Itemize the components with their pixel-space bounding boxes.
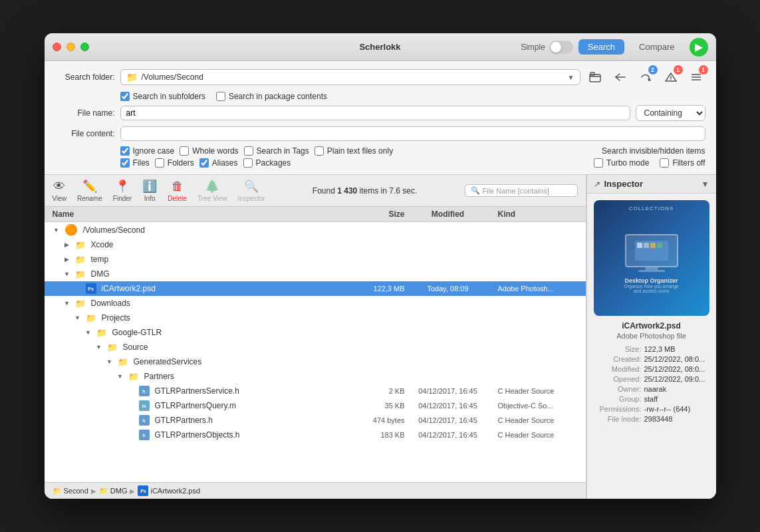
info-button[interactable]: ℹ️ Info (142, 179, 157, 202)
file-content-label: File content: (55, 129, 115, 138)
filters-off-label: Filters off (672, 158, 705, 168)
finder-label: Finder (113, 195, 132, 202)
list-item[interactable]: ▼ 📁 Source (45, 340, 586, 354)
column-header: Name Size Modified Kind (45, 207, 586, 222)
files-checkbox[interactable]: Files (120, 158, 150, 168)
breadcrumb-item-second[interactable]: 📁 Second (53, 487, 88, 495)
search-subfolders-checkbox[interactable]: Search in subfolders (120, 92, 205, 101)
col-kind-header[interactable]: Kind (491, 209, 578, 219)
rename-button[interactable]: ✏️ Rename (77, 179, 102, 202)
inspector-created-value: 25/12/2022, 08:0... (644, 355, 709, 363)
minimize-button[interactable] (66, 43, 75, 51)
simple-toggle[interactable]: Simple (521, 41, 573, 54)
mode-toggle-switch[interactable] (549, 41, 573, 54)
file-name-label: File name: (55, 108, 115, 118)
file-modified: 04/12/2017, 16:45 (405, 431, 491, 439)
breadcrumb-item-dmg[interactable]: 📁 DMG (99, 487, 128, 495)
compare-tab-button[interactable]: Compare (630, 39, 684, 55)
search-in-tags-checkbox[interactable]: Search in Tags (244, 146, 309, 156)
sync-button[interactable]: 2 (636, 68, 655, 86)
file-name-text: GTLRPartnersObjects.h (155, 430, 240, 440)
inspector-inode-value: 2983448 (644, 415, 709, 423)
col-modified-header[interactable]: Modified (405, 209, 491, 219)
breadcrumb-label-second: Second (64, 487, 88, 495)
breadcrumb-item-file[interactable]: Ps iCArtwork2.psd (138, 485, 200, 496)
list-item[interactable]: ▼ 📁 GeneratedServices (45, 354, 586, 369)
expand-arrow: ▼ (63, 270, 71, 278)
inspector-modified-value: 25/12/2022, 08:0... (644, 365, 709, 373)
tree-view-icon: 🌲 (205, 179, 219, 194)
breadcrumb-label-dmg: DMG (110, 487, 128, 495)
folders-checkbox[interactable]: Folders (155, 158, 194, 168)
inspector-open-button[interactable]: ↗ (594, 180, 600, 189)
list-item[interactable]: ▶ 📁 Xcode (45, 237, 586, 252)
inspector-group-row: Group: staff (594, 395, 709, 403)
list-item-selected[interactable]: Ps iCArtwork2.psd 122,3 MB Today, 08:09 … (45, 281, 586, 296)
psd-breadcrumb-icon: Ps (138, 485, 148, 496)
inspector-permissions-label: Permissions: (594, 405, 642, 413)
delete-button[interactable]: 🗑 Delete (168, 180, 187, 202)
tree-view-button[interactable]: 🌲 Tree View (197, 179, 227, 202)
col-size-header[interactable]: Size (338, 209, 405, 219)
file-name-text: Projects (102, 313, 130, 323)
file-name-input[interactable] (120, 106, 630, 120)
found-count: 1 430 (337, 186, 357, 196)
plain-text-checkbox[interactable]: Plain text files only (315, 146, 393, 156)
inspector-inode-row: File inode: 2983448 (594, 415, 709, 423)
list-item[interactable]: h GTLRPartners.h 474 bytes 04/12/2017, 1… (45, 413, 586, 428)
folder-icon-sm: 📁 (107, 342, 118, 352)
file-modified: 04/12/2017, 16:45 (405, 416, 491, 424)
breadcrumb-label-file: iCArtwork2.psd (150, 487, 200, 495)
file-size: 35 KB (338, 402, 405, 410)
folder-icon-dmg: 📁 (99, 487, 108, 495)
go-button[interactable]: ▶ (690, 38, 708, 57)
turbo-mode-checkbox[interactable]: Turbo mode (594, 158, 649, 168)
inspector-collapse-button[interactable]: ▼ (701, 180, 709, 189)
inspector-inode-label: File inode: (594, 415, 642, 423)
aliases-label: Aliases (212, 158, 238, 168)
maximize-button[interactable] (80, 43, 89, 51)
search-invisible-text: Search invisible/hidden items (602, 146, 705, 156)
finder-button[interactable]: 📍 Finder (113, 179, 132, 202)
list-item[interactable]: ▼ 📁 DMG (45, 267, 586, 281)
search-tab-button[interactable]: Search (578, 39, 624, 55)
browse-folder-button[interactable] (586, 68, 604, 86)
main-window: Scherlokk Simple Search Compare ▶ Search… (45, 33, 716, 499)
inspector-owner-row: Owner: naarak (594, 385, 709, 393)
list-item[interactable]: h GTLRPartnersService.h 2 KB 04/12/2017,… (45, 384, 586, 398)
list-item[interactable]: ▼ 🟠 /Volumes/Second (45, 222, 586, 237)
whole-words-checkbox[interactable]: Whole words (180, 146, 238, 156)
col-name-header[interactable]: Name (53, 209, 338, 219)
file-content-input[interactable] (120, 126, 705, 141)
close-button[interactable] (53, 43, 61, 51)
packages-checkbox[interactable]: Packages (243, 158, 291, 168)
view-button[interactable]: 👁 View (53, 180, 67, 202)
folder-path-container[interactable]: 📁 /Volumes/Second ▼ (120, 69, 580, 85)
file-name-match-dropdown[interactable]: Containing Starting with Ending with Exa… (636, 105, 705, 121)
list-item[interactable]: ▼ 📁 Partners (45, 369, 586, 384)
inspector-button[interactable]: 🔍 Inspector (238, 179, 265, 202)
aliases-checkbox[interactable]: Aliases (199, 158, 238, 168)
filters-off-checkbox[interactable]: Filters off (660, 158, 705, 168)
toolbar-icon-buttons: 2 1 1 (586, 68, 705, 86)
list-button[interactable]: 1 (687, 68, 705, 86)
titlebar: Scherlokk Simple Search Compare ▶ (45, 33, 716, 61)
info-icon: ℹ️ (142, 179, 157, 194)
back-button[interactable] (611, 68, 630, 86)
list-item[interactable]: ▼ 📁 Downloads (45, 296, 586, 311)
rename-icon: ✏️ (82, 179, 97, 194)
ignore-case-checkbox[interactable]: Ignore case (120, 146, 175, 156)
file-filter-box[interactable]: 🔍 File Name [contains] (465, 184, 578, 197)
list-item[interactable]: m GTLRPartnersQuery.m 35 KB 04/12/2017, … (45, 398, 586, 413)
list-item[interactable]: ▶ 📁 temp (45, 252, 586, 267)
list-item[interactable]: h GTLRPartnersObjects.h 183 KB 04/12/201… (45, 428, 586, 442)
inspector-icon: 🔍 (244, 179, 259, 194)
sync-badge: 2 (648, 65, 658, 74)
h-file-icon: h (139, 430, 150, 440)
file-panel: 👁 View ✏️ Rename 📍 Finder ℹ️ Info 🗑 (45, 175, 586, 499)
preview-collections-label: COLLECTIONS (594, 205, 709, 211)
search-package-contents-checkbox[interactable]: Search in package contents (216, 92, 327, 101)
list-item[interactable]: ▼ 📁 Projects (45, 311, 586, 325)
alert-button[interactable]: 1 (662, 68, 680, 86)
list-item[interactable]: ▼ 📁 Google-GTLR (45, 325, 586, 340)
